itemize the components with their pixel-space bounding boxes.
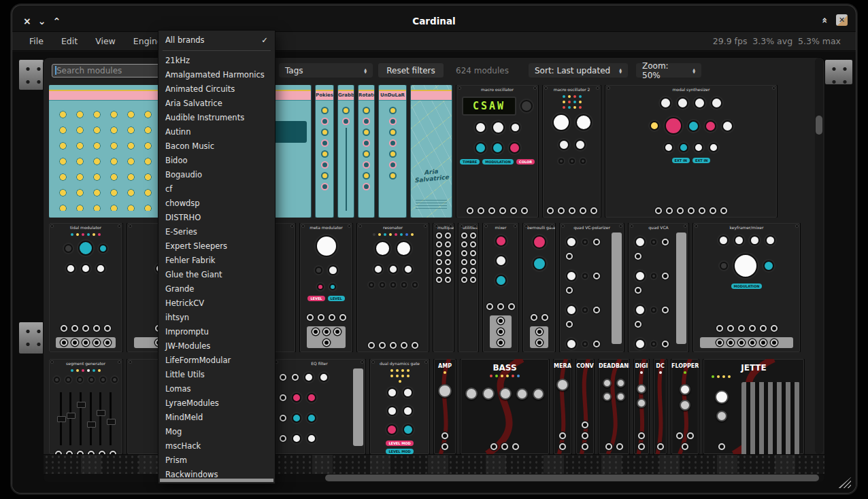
slider[interactable] (69, 392, 71, 445)
slider[interactable] (110, 392, 112, 445)
menu-item-autinn[interactable]: Autinn (158, 125, 275, 139)
reset-filters-button[interactable]: Reset filters (378, 63, 444, 78)
app-badge-icon[interactable]: ✕ (836, 14, 848, 26)
jack (88, 451, 95, 454)
module-card-mixer[interactable]: mixer (483, 223, 518, 352)
menu-edit[interactable]: Edit (52, 32, 86, 50)
menu-item-expert-sleepers[interactable]: Expert Sleepers (158, 239, 275, 254)
module-title: mixer (483, 223, 518, 231)
knob (635, 271, 646, 281)
led (512, 375, 514, 377)
module-card-conv[interactable]: CONV (576, 359, 594, 454)
menu-item-grande[interactable]: Grande (158, 282, 275, 296)
menu-item-bogaudio[interactable]: Bogaudio (158, 168, 275, 182)
module-card-utilities[interactable]: utilities (458, 223, 478, 352)
menu-item-lomas[interactable]: Lomas (158, 382, 275, 396)
label-chip: MODULATION (731, 283, 763, 289)
menu-item-ihtsyn[interactable]: ihtsyn (158, 311, 275, 325)
module-card-keyframer-mixer[interactable]: keyframer/mixerMODULATION (693, 223, 800, 352)
knob (317, 283, 324, 290)
led (506, 375, 509, 377)
menu-item-animated-circuits[interactable]: Animated Circuits (158, 82, 275, 97)
module-card-resonator[interactable]: resonator (357, 223, 429, 352)
module-card-rotatoes[interactable]: Rotatoes (358, 85, 374, 218)
slider[interactable] (80, 392, 82, 445)
menu-item-distrho[interactable]: DISTRHO (158, 211, 275, 225)
module-card-eq-filter[interactable]: EQ filter (273, 359, 365, 454)
module-card-pokies[interactable]: Pokies (316, 85, 333, 218)
vertical-scrollbar[interactable] (815, 58, 823, 454)
jack (510, 207, 517, 214)
menu-item-21khz[interactable]: 21kHz (158, 54, 275, 68)
module-card-macro-oscillator[interactable]: macro oscillatorCSAWTIMBREMODULATIONCOLO… (456, 85, 538, 218)
menu-item-impromptu[interactable]: Impromptu (158, 325, 275, 339)
module-card-meta-modulator[interactable]: meta modulatorLEVELLEVEL (300, 223, 352, 352)
vertical-scrollbar-thumb[interactable] (816, 116, 822, 135)
menu-item-bidoo[interactable]: Bidoo (158, 154, 275, 168)
module-title: DC (654, 359, 667, 369)
module-card-mera[interactable]: MERA (554, 359, 571, 454)
menu-item-bacon-music[interactable]: Bacon Music (158, 139, 275, 154)
horizontal-scrollbar-thumb[interactable] (325, 475, 819, 481)
module-card-digi[interactable]: DIGI (634, 359, 649, 454)
menu-item-mschack[interactable]: mscHack (158, 439, 275, 453)
sort-select[interactable]: Sort: Last updated ▲▼ (529, 63, 628, 78)
jack (497, 339, 504, 346)
menu-item-amalgamated-harmonics[interactable]: Amalgamated Harmonics (158, 68, 275, 82)
menu-item-cf[interactable]: cf (158, 182, 275, 196)
menu-file[interactable]: File (20, 32, 52, 50)
menu-item-e-series[interactable]: E-Series (158, 225, 275, 239)
menu-item-chowdsp[interactable]: chowdsp (158, 196, 275, 211)
knob-row (696, 235, 797, 245)
menu-item-little-utils[interactable]: Little Utils (158, 368, 275, 382)
menu-item-all-brands[interactable]: All brands ✓ (158, 33, 275, 48)
module-card-deadband[interactable]: DEADBAND (599, 359, 629, 454)
menu-item-hetrickcv[interactable]: HetrickCV (158, 296, 275, 311)
module-card-amp[interactable]: AMP (434, 359, 456, 454)
module-card-flopper[interactable]: FLOPPER (671, 359, 699, 454)
module-card-bass[interactable]: BASS (461, 359, 549, 454)
jack (461, 241, 467, 247)
module-card[interactable]: Aria Salvatrice (411, 85, 452, 218)
title-bar-right: « ✕ (822, 14, 848, 26)
knob (492, 121, 505, 134)
menu-item-mindmeld[interactable]: MindMeld (158, 411, 275, 425)
module-card-tidal-modulator[interactable]: tidal modulator (49, 223, 122, 352)
module-card-jette[interactable]: JETTE (703, 359, 804, 454)
zoom-select[interactable]: Zoom: 50% ▲▼ (636, 63, 701, 78)
menu-item-audible-instruments[interactable]: Audible Instruments (158, 111, 275, 125)
module-card-dc[interactable]: DC (654, 359, 667, 454)
module-card-quad-vca[interactable]: quad VCA (629, 223, 688, 352)
led (568, 106, 571, 109)
module-card-undular[interactable]: UnDuLaR (379, 85, 406, 218)
module-card-dual-dynamics-gate[interactable]: dual dynamics gateLEVEL MODLEVEL MOD (370, 359, 429, 454)
tags-select[interactable]: Tags ▲▼ (279, 63, 373, 78)
module-card-multiples[interactable]: multiples (433, 223, 454, 352)
jack (339, 314, 346, 321)
slider[interactable] (99, 392, 101, 445)
module-card-grabby[interactable]: Grabby (338, 85, 354, 218)
module-card-macro-oscillator-2[interactable]: macro oscillator 2 (543, 85, 601, 218)
menu-item-lyraemodules[interactable]: LyraeModules (158, 396, 275, 411)
menu-item-lifeformmodular[interactable]: LifeFormModular (158, 354, 275, 368)
search-input[interactable] (52, 64, 161, 78)
module-card-modal-synthesizer[interactable]: modal synthesizerEXT INEXT IN (605, 85, 777, 218)
menu-view[interactable]: View (86, 32, 124, 50)
slider-thumb (87, 421, 96, 428)
slider[interactable] (90, 392, 92, 445)
module-card-segment-generator[interactable]: segment generator (49, 359, 122, 454)
menu-item-prism[interactable]: Prism (158, 453, 275, 468)
module-card-bernoulli-gate[interactable]: bernoulli gate (523, 223, 555, 352)
module-card-quad-vc-polarizer[interactable]: quad VC-polarizer (560, 223, 624, 352)
menu-item-fehler-fabrik[interactable]: Fehler Fabrik (158, 254, 275, 268)
menu-item-glue-the-giant[interactable]: Glue the Giant (158, 268, 275, 282)
collapse-double-chevron-icon[interactable]: « (819, 17, 830, 23)
menu-item-mog[interactable]: Mog (158, 425, 275, 439)
menu-item-aria-salvatrice[interactable]: Aria Salvatrice (158, 97, 275, 111)
menu-scroll-indicator[interactable] (160, 479, 273, 482)
knob (77, 377, 83, 383)
jack (110, 451, 116, 454)
module-title: keyframer/mixer (693, 223, 800, 231)
slider[interactable] (60, 392, 62, 445)
menu-item-jw-modules[interactable]: JW-Modules (158, 339, 275, 354)
